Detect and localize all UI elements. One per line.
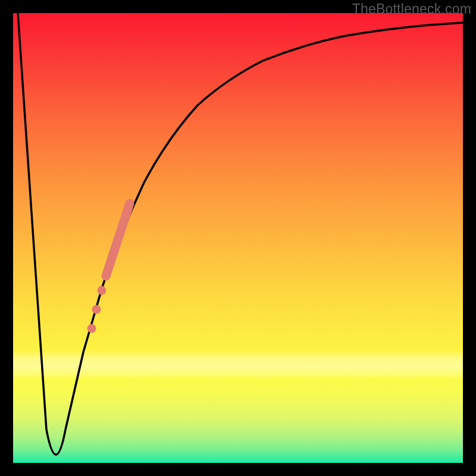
bottleneck-curve: [18, 13, 463, 455]
chart-frame: TheBottleneck.com: [0, 0, 476, 476]
plot-area: [13, 13, 463, 463]
highlight-dot: [98, 286, 107, 295]
curve-layer: [13, 13, 463, 463]
highlight-segment: [106, 203, 130, 276]
watermark-text: TheBottleneck.com: [352, 1, 471, 17]
highlight-dot: [87, 324, 96, 333]
highlight-dot: [92, 305, 101, 314]
